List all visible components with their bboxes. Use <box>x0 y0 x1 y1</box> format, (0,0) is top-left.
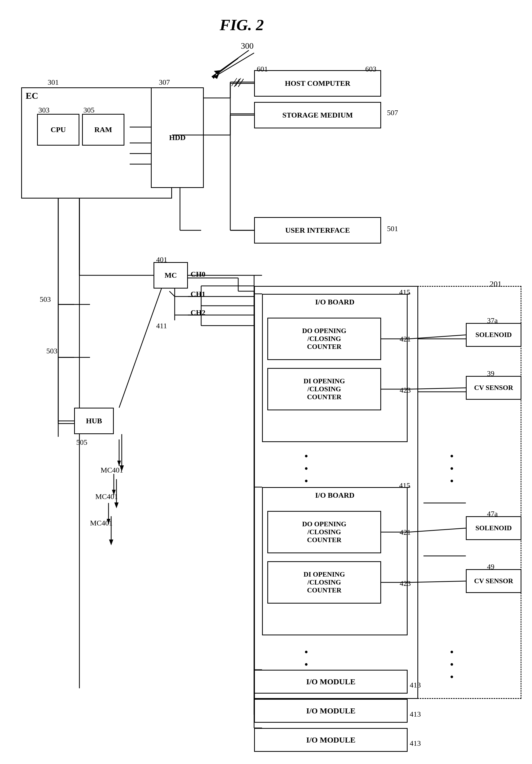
svg-line-0 <box>217 58 238 74</box>
svg-line-102 <box>214 53 254 77</box>
io-module3-box: I/O MODULE <box>254 728 408 752</box>
do-counter1-label: DO OPENING /CLOSING COUNTER <box>302 327 346 351</box>
svg-marker-103 <box>214 73 220 79</box>
label-503a: 503 <box>40 295 51 304</box>
label-501: 501 <box>387 225 398 233</box>
dots-middle1: ••• <box>304 450 309 487</box>
cv-sensor2-label: CV SENSOR <box>474 577 513 585</box>
label-307: 307 <box>159 78 170 87</box>
label-49: 49 <box>487 563 494 571</box>
label-421a: 421 <box>400 335 411 343</box>
label-300: 300 <box>241 41 254 51</box>
io-board1-label: I/O BOARD <box>315 298 355 306</box>
svg-marker-52 <box>212 74 217 79</box>
solenoid1-label: SOLENOID <box>475 331 512 339</box>
label-415b: 415 <box>399 481 410 490</box>
ram-label: RAM <box>94 125 112 134</box>
label-303: 303 <box>38 106 50 114</box>
label-37a: 37a <box>487 316 498 325</box>
cv-sensor1-label: CV SENSOR <box>474 384 513 392</box>
io-module2-label: I/O MODULE <box>306 706 355 715</box>
label-mc401c: MC401 <box>90 519 113 527</box>
svg-line-60 <box>238 79 244 87</box>
svg-line-33 <box>169 291 175 296</box>
svg-line-12 <box>232 78 237 86</box>
cv-sensor1-box: CV SENSOR <box>466 376 521 400</box>
hub-box: HUB <box>74 408 114 434</box>
label-423b: 423 <box>400 579 411 588</box>
label-mc401a: MC401 <box>100 466 123 475</box>
io-board2-label: I/O BOARD <box>315 491 355 499</box>
svg-marker-22 <box>117 461 121 466</box>
label-505: 505 <box>76 438 88 447</box>
hub-label: HUB <box>86 417 102 425</box>
io-module1-box: I/O MODULE <box>254 670 408 693</box>
label-503b: 503 <box>46 347 58 355</box>
di-counter1-box: DI OPENING /CLOSING COUNTER <box>267 368 381 410</box>
di-counter2-label: DI OPENING /CLOSING COUNTER <box>303 570 345 594</box>
label-39: 39 <box>487 369 494 378</box>
label-ch2: CH2 <box>191 308 205 317</box>
fig-title: FIG. 2 <box>220 16 264 34</box>
dots-middle2: ••• <box>450 450 455 487</box>
label-603: 603 <box>365 65 376 73</box>
mc-label: MC <box>165 271 177 280</box>
label-507: 507 <box>387 108 398 117</box>
ec-label: EC <box>26 91 38 101</box>
label-mc401b: MC401 <box>95 492 118 501</box>
user-interface-label: USER INTERFACE <box>285 226 350 235</box>
cpu-label: CPU <box>51 125 66 134</box>
user-interface-box: USER INTERFACE <box>254 217 381 244</box>
svg-line-71 <box>119 288 161 408</box>
io-module2-box: I/O MODULE <box>254 699 408 723</box>
svg-marker-101 <box>109 539 113 545</box>
solenoid2-box: SOLENOID <box>466 516 521 540</box>
di-counter2-box: DI OPENING /CLOSING COUNTER <box>267 561 381 604</box>
ram-box: RAM <box>82 114 124 146</box>
label-301: 301 <box>48 78 59 87</box>
do-counter1-box: DO OPENING /CLOSING COUNTER <box>267 318 381 360</box>
label-415a: 415 <box>399 288 410 296</box>
label-411: 411 <box>156 322 167 330</box>
label-413a: 413 <box>410 681 421 689</box>
svg-line-13 <box>236 78 241 86</box>
label-413b: 413 <box>410 710 421 718</box>
host-computer-label: HOST COMPUTER <box>285 79 350 88</box>
storage-medium-box: STORAGE MEDIUM <box>254 102 381 128</box>
label-421b: 421 <box>400 528 411 537</box>
label-ch1: CH1 <box>191 290 205 298</box>
solenoid2-label: SOLENOID <box>475 524 512 532</box>
svg-line-59 <box>234 79 240 87</box>
do-counter2-label: DO OPENING /CLOSING COUNTER <box>302 520 346 544</box>
di-counter1-label: DI OPENING /CLOSING COUNTER <box>303 377 345 401</box>
io-area-box <box>410 286 521 699</box>
cpu-box: CPU <box>37 114 80 146</box>
io-module3-label: I/O MODULE <box>306 735 355 744</box>
label-601: 601 <box>257 65 268 73</box>
hdd-box: HDD <box>151 88 204 188</box>
label-305: 305 <box>84 106 94 114</box>
do-counter2-box: DO OPENING /CLOSING COUNTER <box>267 511 381 553</box>
svg-line-51 <box>212 50 249 77</box>
label-47a: 47a <box>487 509 498 518</box>
host-computer-box: HOST COMPUTER <box>254 70 381 96</box>
solenoid1-box: SOLENOID <box>466 323 521 347</box>
mc-box: MC <box>153 262 188 288</box>
io-module1-label: I/O MODULE <box>306 677 355 686</box>
svg-marker-99 <box>114 502 118 508</box>
label-423a: 423 <box>400 386 411 394</box>
label-401: 401 <box>156 256 167 264</box>
label-201: 201 <box>490 279 502 288</box>
storage-medium-label: STORAGE MEDIUM <box>282 111 353 119</box>
cv-sensor2-box: CV SENSOR <box>466 569 521 593</box>
label-413c: 413 <box>410 739 421 748</box>
hdd-label: HDD <box>169 133 186 142</box>
dots-bottom2: ••• <box>450 646 455 683</box>
label-ch0: CH0 <box>191 270 205 279</box>
svg-marker-1 <box>214 70 221 74</box>
